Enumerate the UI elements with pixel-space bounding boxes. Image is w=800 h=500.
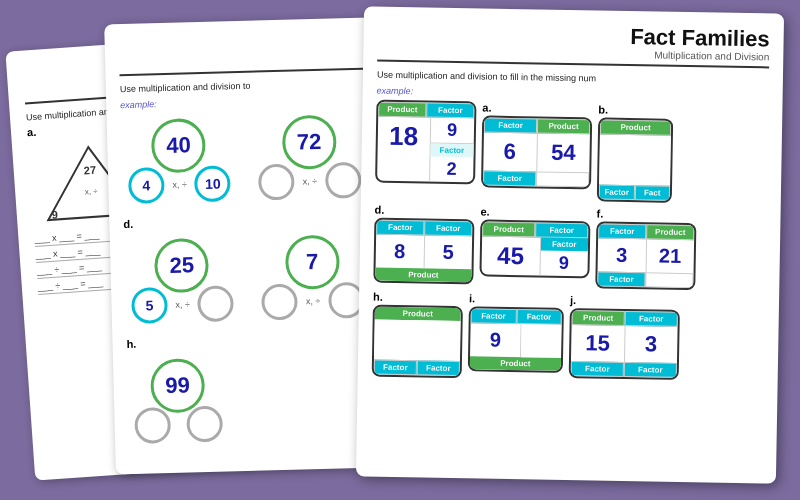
table-f-values: 3 21 — [598, 239, 695, 274]
tf-val-3: 3 — [598, 239, 647, 273]
ti-factor1-header: Factor — [471, 308, 517, 324]
bubble-5: 5 — [131, 287, 168, 324]
table-d-header: Factor Factor — [376, 220, 472, 237]
tj-footer-factor2: Factor — [624, 362, 677, 378]
front-section-e: e. Product Factor 45 Factor 9 — [479, 206, 590, 279]
ta-value-6: 6 — [483, 133, 537, 172]
bubble-40: 40 4 x, ÷ 10 — [127, 117, 232, 204]
bubble-empty-7 — [186, 406, 223, 443]
ta-footer-factor: Factor — [483, 171, 536, 187]
td-factor1-header: Factor — [376, 220, 424, 236]
bubble-10: 10 — [194, 165, 231, 202]
ex-factor-2: 2 — [430, 157, 474, 183]
tf-val-21: 21 — [646, 240, 694, 274]
ex-value-18: 18 — [377, 117, 431, 182]
ex-factor-9: 9 — [430, 118, 474, 145]
bubble-top-99: 99 — [150, 358, 205, 413]
example-table: Product Factor 18 9 Factor 2 — [375, 100, 476, 185]
section-a-label: a. — [482, 102, 592, 116]
section-h-label: h. — [373, 291, 463, 305]
section-f-label: f. — [596, 208, 696, 222]
bubble-op-25: x, ÷ — [175, 299, 190, 309]
bubble-empty-1 — [258, 164, 295, 201]
ti-footer-product: Product — [470, 356, 561, 371]
bubble-72: 72 x, ÷ — [257, 114, 362, 201]
bubble-empty-6 — [134, 407, 171, 444]
tb-footer-factor2: Fact — [634, 185, 670, 201]
table-b-body — [599, 135, 671, 186]
tf-footer-empty — [645, 273, 693, 289]
tf-footer-factor: Factor — [597, 272, 645, 288]
front-section-d: d. Factor Factor 8 5 Product — [373, 204, 474, 285]
front-row2: d. Factor Factor 8 5 Product e. Product … — [373, 204, 766, 292]
bubble-op-72: x, ÷ — [303, 176, 318, 186]
tb-footer-factor: Factor — [599, 185, 635, 201]
tj-product-header: Product — [572, 310, 625, 326]
tj-footer-factor: Factor — [571, 361, 624, 377]
ex-product-header: Product — [378, 102, 426, 118]
front-section-b: b. Product Factor Fact — [597, 104, 674, 203]
bubble-bottom-40: 4 x, ÷ 10 — [128, 165, 231, 204]
te-val-45: 45 — [481, 237, 540, 276]
bubble-25: 25 5 x, ÷ — [130, 237, 235, 324]
bubble-top-7: 7 — [284, 234, 339, 289]
section-d-label: d. — [374, 204, 474, 218]
te-factor-header: Factor — [535, 223, 588, 239]
te-product-header: Product — [482, 222, 535, 238]
table-j: Product Factor 15 3 Factor Factor — [569, 308, 680, 380]
table-e-values: 45 Factor 9 — [481, 237, 588, 277]
tf-product-header: Product — [646, 225, 694, 241]
front-section-f: f. Factor Product 3 21 Factor — [595, 208, 696, 291]
ex-factor-col: 9 Factor 2 — [430, 118, 475, 183]
section-b-label: b. — [598, 104, 673, 117]
front-row1: Product Factor 18 9 Factor 2 a. Factor — [375, 100, 769, 205]
table-h: Product Factor Factor — [372, 305, 463, 379]
th-footer-factor1: Factor — [374, 360, 417, 376]
table-j-footer: Factor Factor — [571, 361, 677, 378]
bubble-empty-2 — [325, 162, 362, 199]
bubble-op-7: x, ÷ — [306, 296, 321, 306]
table-f-footer: Factor — [597, 272, 693, 289]
th-footer-factor2: Factor — [417, 361, 460, 377]
tf-factor-header: Factor — [598, 224, 646, 240]
front-instruction: Use multiplication and division to fill … — [377, 70, 769, 87]
table-j-values: 15 3 — [571, 325, 678, 363]
bubble-top-40: 40 — [151, 118, 206, 173]
ti-empty — [521, 324, 562, 358]
table-a: Factor Product 6 54 Factor — [481, 116, 592, 190]
bubble-bottom-99 — [134, 406, 223, 444]
svg-text:9: 9 — [51, 208, 58, 220]
ta-factor-header: Factor — [484, 118, 537, 134]
ti-val-9: 9 — [470, 323, 522, 357]
table-i-values: 9 — [470, 323, 562, 358]
ta-product-header: Product — [537, 119, 590, 135]
tj-factor-header: Factor — [625, 311, 678, 327]
front-sheet-header: Fact Families Multiplication and Divisio… — [377, 21, 770, 69]
ta-footer-empty — [536, 172, 589, 188]
bubble-op-40: x, ÷ — [172, 179, 187, 189]
front-section-i: i. Factor Factor 9 Product — [468, 292, 564, 373]
bubble-top-25: 25 — [154, 238, 209, 293]
td-footer-product: Product — [375, 268, 471, 283]
tb-product-header: Product — [600, 120, 671, 136]
table-e: Product Factor 45 Factor 9 — [479, 220, 590, 279]
te-factor-col: Factor 9 — [540, 238, 588, 277]
front-section-j: j. Product Factor 15 3 Factor Factor — [569, 294, 680, 380]
table-f: Factor Product 3 21 Factor — [595, 222, 696, 291]
table-d-values: 8 5 — [376, 235, 473, 270]
table-a-values: 6 54 — [483, 133, 590, 173]
te-val-9: 9 — [540, 251, 588, 277]
tj-val-15: 15 — [571, 325, 625, 362]
table-b-header: Product — [600, 120, 671, 136]
example-header-row: Product Factor — [378, 102, 474, 119]
bubble-4: 4 — [128, 167, 165, 204]
front-sheet: Fact Families Multiplication and Divisio… — [356, 6, 784, 483]
td-factor2-header: Factor — [424, 221, 472, 237]
table-b-footer: Factor Fact — [599, 185, 670, 201]
table-f-header: Factor Product — [598, 224, 694, 241]
section-e-label: e. — [480, 206, 590, 220]
bubble-bottom-25: 5 x, ÷ — [131, 285, 234, 324]
bubble-empty-3 — [198, 285, 235, 322]
te-factor-label: Factor — [540, 238, 588, 252]
ti-factor2-header: Factor — [516, 309, 562, 325]
